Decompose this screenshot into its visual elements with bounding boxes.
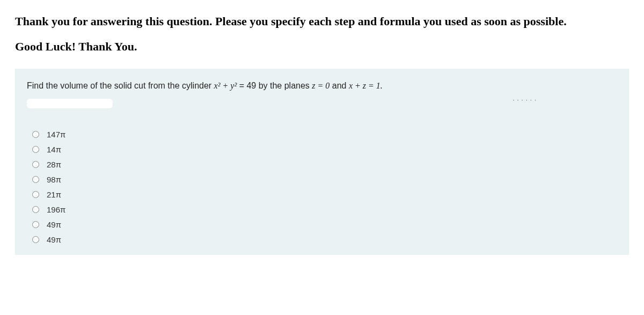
- radio-icon: [32, 206, 39, 213]
- option-5[interactable]: 196π: [32, 205, 617, 214]
- question-mid: by the planes: [256, 81, 312, 90]
- option-label: 196π: [47, 205, 65, 214]
- question-text: Find the volume of the solid cut from th…: [27, 79, 617, 92]
- option-label: 49π: [47, 235, 61, 244]
- question-eq1-rhs: = 49: [237, 81, 256, 90]
- option-label: 98π: [47, 175, 61, 184]
- question-eq2: z = 0: [312, 81, 330, 90]
- intro-text: Thank you for answering this question. P…: [15, 13, 629, 30]
- option-0[interactable]: 147π: [32, 130, 617, 139]
- redaction-smudge: · · · · · ·: [513, 97, 537, 103]
- option-6[interactable]: 49π: [32, 220, 617, 229]
- question-eq3: x + z = 1.: [349, 81, 383, 90]
- redaction-white-block: [27, 99, 113, 108]
- question-container: Find the volume of the solid cut from th…: [15, 69, 629, 255]
- radio-icon: [32, 146, 39, 153]
- option-2[interactable]: 28π: [32, 160, 617, 169]
- goodluck-text: Good Luck! Thank You.: [15, 40, 629, 54]
- radio-icon: [32, 131, 39, 138]
- radio-icon: [32, 191, 39, 198]
- redaction-row: · · · · · ·: [27, 97, 617, 108]
- radio-icon: [32, 161, 39, 168]
- option-3[interactable]: 98π: [32, 175, 617, 184]
- option-label: 21π: [47, 190, 61, 199]
- option-4[interactable]: 21π: [32, 190, 617, 199]
- options-group: 147π 14π 28π 98π 21π 196π 49π 49π: [27, 130, 617, 244]
- option-label: 147π: [47, 130, 65, 139]
- question-eq1-lhs: x² + y²: [214, 81, 237, 90]
- question-and: and: [330, 81, 349, 90]
- option-label: 28π: [47, 160, 61, 169]
- option-1[interactable]: 14π: [32, 145, 617, 154]
- option-label: 14π: [47, 145, 61, 154]
- radio-icon: [32, 176, 39, 183]
- radio-icon: [32, 236, 39, 243]
- radio-icon: [32, 221, 39, 228]
- question-pre: Find the volume of the solid cut from th…: [27, 81, 214, 90]
- option-7[interactable]: 49π: [32, 235, 617, 244]
- option-label: 49π: [47, 220, 61, 229]
